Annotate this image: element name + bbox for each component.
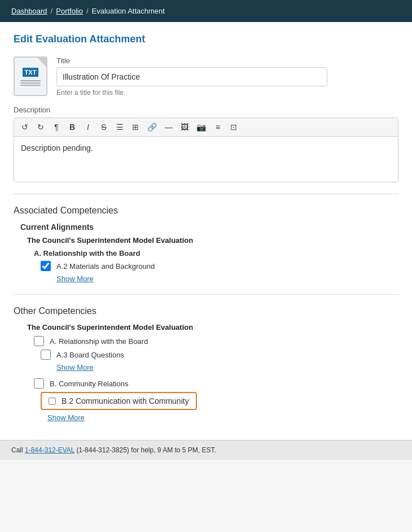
b2-show-more-link[interactable]: Show More — [14, 413, 398, 422]
breadcrumb-portfolio[interactable]: Portfolio — [56, 7, 83, 15]
a3-show-more-link[interactable]: Show More — [14, 363, 398, 372]
file-section: TXT Title Enter a title for this file. — [14, 56, 398, 97]
redo-button[interactable]: ↻ — [34, 121, 47, 133]
other-group-title: The Council's Superintendent Model Evalu… — [14, 323, 398, 332]
editor-container: ↺ ↻ ¶ B I S ☰ ⊞ 🔗 — 🖼 📷 ≡ ⊡ Description … — [14, 117, 398, 182]
video-button[interactable]: 📷 — [194, 121, 208, 133]
b2-checkbox[interactable] — [49, 398, 56, 405]
divider-1 — [14, 194, 398, 194]
paragraph-button[interactable]: ¶ — [50, 121, 63, 133]
rel-board-checkbox[interactable] — [34, 336, 44, 346]
file-icon-corner — [37, 58, 46, 67]
embed-button[interactable]: ⊡ — [227, 121, 240, 133]
editor-toolbar: ↺ ↻ ¶ B I S ☰ ⊞ 🔗 — 🖼 📷 ≡ ⊡ — [14, 118, 398, 137]
current-sub-title: A. Relationship with the Board — [34, 249, 398, 258]
a2-label: A.2 Materials and Background — [56, 262, 155, 271]
file-icon-lines — [20, 79, 41, 87]
breadcrumb-sep-2: / — [86, 7, 89, 15]
footer-phone-number: (1-844-312-3825) — [74, 446, 129, 454]
other-competencies-section: Other Competencies The Council's Superin… — [14, 306, 398, 422]
comm-rel-item: B. Community Relations — [14, 378, 398, 389]
editor-content: Description pending. — [21, 143, 93, 152]
rel-board-label: A. Relationship with the Board — [50, 337, 148, 346]
footer-phone-link[interactable]: 1-844-312-EVAL — [25, 446, 74, 454]
editor-body[interactable]: Description pending. — [14, 137, 398, 182]
comm-rel-checkbox[interactable] — [34, 378, 44, 389]
divider-2 — [14, 294, 398, 295]
footer-text: Call — [11, 446, 25, 454]
breadcrumb-bar: Dashboard / Portfolio / Evaluation Attac… — [0, 0, 412, 22]
file-line-1 — [20, 80, 41, 81]
a3-checkbox[interactable] — [41, 350, 51, 360]
b2-highlight-wrapper: B.2 Communication with Community — [14, 392, 398, 410]
list-button[interactable]: ☰ — [113, 121, 126, 133]
other-competencies-title: Other Competencies — [14, 306, 398, 316]
file-line-3 — [20, 85, 41, 86]
image-button[interactable]: 🖼 — [178, 121, 191, 133]
main-content: Edit Evaluation Attachment TXT Title Ent… — [0, 22, 412, 440]
a2-checkbox[interactable] — [41, 261, 51, 271]
a3-board-item: A.3 Board Questions — [14, 350, 398, 360]
footer-suffix: for help, 9 AM to 5 PM, EST. — [129, 446, 216, 454]
current-alignment-item: A.2 Materials and Background — [14, 261, 398, 271]
breadcrumb-dashboard[interactable]: Dashboard — [11, 7, 47, 15]
file-icon: TXT — [14, 56, 47, 96]
description-section: Description ↺ ↻ ¶ B I S ☰ ⊞ 🔗 — 🖼 📷 ≡ ⊡ — [14, 106, 398, 182]
a3-label: A.3 Board Questions — [56, 351, 124, 359]
b2-label: B.2 Communication with Community — [62, 396, 189, 405]
current-alignments-title: Current Alignments — [14, 223, 398, 232]
file-line-2 — [20, 82, 41, 84]
description-label: Description — [14, 106, 398, 114]
italic-button[interactable]: I — [82, 121, 94, 133]
undo-button[interactable]: ↺ — [19, 121, 31, 133]
title-input[interactable] — [56, 67, 327, 86]
title-hint: Enter a title for this file. — [56, 89, 398, 97]
breadcrumb-sep-1: / — [51, 7, 53, 15]
hr-button[interactable]: — — [163, 121, 175, 133]
title-label: Title — [56, 56, 398, 65]
rel-board-item: A. Relationship with the Board — [14, 336, 398, 346]
current-show-more-link[interactable]: Show More — [14, 274, 398, 283]
breadcrumb-current: Evaluation Attachment — [92, 7, 165, 15]
link-button[interactable]: 🔗 — [145, 121, 159, 133]
associated-competencies-title: Associated Competencies — [14, 206, 398, 216]
associated-competencies-section: Associated Competencies Current Alignmen… — [14, 206, 398, 283]
strikethrough-button[interactable]: S — [98, 121, 110, 133]
title-section: Title Enter a title for this file. — [56, 56, 398, 97]
b2-highlighted-item: B.2 Communication with Community — [41, 392, 197, 410]
comm-rel-label: B. Community Relations — [50, 380, 128, 388]
current-group-title: The Council's Superintendent Model Evalu… — [14, 236, 398, 245]
file-type-label: TXT — [23, 68, 39, 77]
footer: Call 1-844-312-EVAL (1-844-312-3825) for… — [0, 440, 412, 460]
align-button[interactable]: ≡ — [212, 121, 224, 133]
bold-button[interactable]: B — [66, 121, 78, 133]
table-button[interactable]: ⊞ — [129, 121, 142, 133]
page-title: Edit Evaluation Attachment — [14, 33, 398, 45]
